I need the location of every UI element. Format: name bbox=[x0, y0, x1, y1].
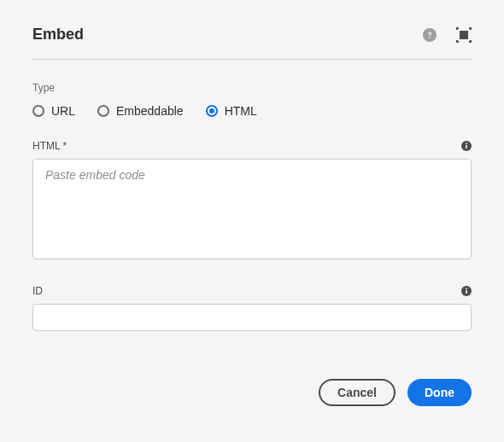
radio-html-label: HTML bbox=[225, 104, 257, 118]
radio-circle-icon bbox=[32, 105, 44, 117]
id-input[interactable] bbox=[32, 304, 472, 331]
dialog-header: Embed bbox=[32, 26, 472, 60]
info-icon[interactable] bbox=[461, 286, 472, 296]
cancel-button[interactable]: Cancel bbox=[319, 379, 396, 406]
radio-embeddable[interactable]: Embeddable bbox=[97, 104, 184, 118]
radio-circle-checked-icon bbox=[206, 105, 218, 117]
help-icon[interactable] bbox=[422, 27, 437, 43]
id-field-label: ID bbox=[32, 285, 43, 297]
type-radio-group: URL Embeddable HTML bbox=[32, 104, 472, 118]
svg-rect-3 bbox=[466, 145, 467, 148]
dialog-footer: Cancel Done bbox=[32, 379, 472, 406]
info-icon[interactable] bbox=[461, 141, 472, 151]
embed-dialog: Embed Type URL bbox=[0, 0, 504, 432]
header-icons bbox=[422, 27, 472, 43]
type-field-group: Type URL Embeddable HTML bbox=[32, 82, 472, 118]
done-button[interactable]: Done bbox=[407, 379, 472, 406]
radio-circle-icon bbox=[97, 105, 109, 117]
svg-rect-4 bbox=[466, 143, 467, 145]
radio-url-label: URL bbox=[51, 104, 75, 118]
type-label: Type bbox=[32, 82, 472, 94]
id-label-row: ID bbox=[32, 285, 472, 297]
dialog-title: Embed bbox=[32, 26, 84, 44]
html-field-label: HTML * bbox=[32, 140, 67, 152]
svg-rect-1 bbox=[460, 31, 468, 39]
radio-url[interactable]: URL bbox=[32, 104, 75, 118]
radio-html[interactable]: HTML bbox=[206, 104, 257, 118]
fullscreen-icon[interactable] bbox=[456, 27, 472, 43]
svg-rect-7 bbox=[466, 288, 467, 290]
html-label-row: HTML * bbox=[32, 140, 472, 152]
html-textarea[interactable] bbox=[32, 159, 472, 259]
radio-embeddable-label: Embeddable bbox=[116, 104, 184, 118]
svg-rect-6 bbox=[466, 290, 467, 294]
